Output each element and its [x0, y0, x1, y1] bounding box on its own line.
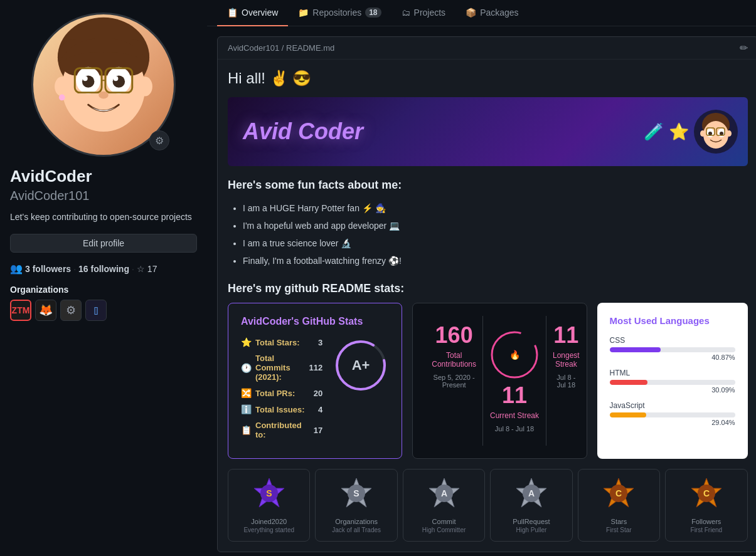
lang-row-css: CSS 40.87% [610, 336, 735, 361]
readme-title: Hi all! ✌️ 😎 [228, 70, 748, 87]
stars-count: 17 [147, 264, 157, 274]
tab-overview[interactable]: 📋 Overview [217, 0, 288, 26]
svg-point-18 [700, 130, 705, 137]
readme-edit-icon[interactable]: ✏ [740, 42, 748, 54]
stat-value-4: 17 [314, 426, 322, 435]
projects-icon: 🗂 [402, 8, 410, 18]
organizations-title: Organizations [10, 285, 197, 295]
badge-followers: C Followers First Friend [665, 469, 747, 542]
lang-pct-css: 40.87% [610, 354, 735, 361]
prs-stat-icon: 🔀 [241, 388, 252, 398]
badge-pullrequest: A PullRequest High Puller [490, 469, 572, 542]
streak-total-section: 160 Total Contributions Sep 5, 2020 - Pr… [425, 316, 483, 446]
sidebar: ⚙ AvidCoder AvidCoder101 Let's keep cont… [0, 0, 207, 556]
current-streak-label: Current Streak [490, 411, 539, 420]
edit-profile-button[interactable]: Edit profile [10, 234, 197, 253]
main-content: 📋 Overview 📁 Repositories 18 🗂 Projects … [207, 0, 756, 556]
stats-list: ⭐ Total Stars: 3 🕐 Total Commits [241, 337, 322, 446]
fun-fact-2: I am a true science lover 🔬 [243, 234, 748, 252]
languages-title: Most Used Languages [610, 315, 735, 326]
org-icon-3[interactable]: [] [85, 300, 107, 321]
stat-label-4: 📋 Contributed to: [241, 421, 314, 439]
svg-point-3 [55, 76, 69, 96]
stars-medal-svg: C [602, 477, 635, 512]
lang-bar-fill-js [610, 412, 646, 417]
following-count-link[interactable]: 16 following [78, 264, 129, 274]
streak-card: 160 Total Contributions Sep 5, 2020 - Pr… [412, 303, 587, 459]
badge-stars-label: Stars [585, 518, 653, 525]
contrib-stat-icon: 📋 [241, 425, 252, 435]
overview-icon: 📋 [227, 8, 238, 18]
badge-commit-sublabel: High Committer [410, 527, 478, 533]
total-contributions-dates: Sep 5, 2020 - Present [432, 374, 476, 389]
fire-emoji: 🔥 [509, 350, 520, 360]
stat-row-2: 🔀 Total PRs: 20 [241, 388, 322, 398]
tab-repositories-label: Repositories [312, 8, 361, 18]
lang-bar-bg-html [610, 380, 735, 385]
svg-text:S: S [353, 488, 359, 498]
badge-pullrequest-label: PullRequest [497, 518, 565, 525]
stat-row-0: ⭐ Total Stars: 3 [241, 337, 322, 347]
stat-row-4: 📋 Contributed to: 17 [241, 421, 322, 439]
commit-medal-svg: A [428, 477, 461, 512]
badge-commit: A Commit High Committer [403, 469, 485, 542]
total-contributions-number: 160 [432, 322, 476, 349]
github-stats-card: AvidCoder's GitHub Stats ⭐ Total Stars: … [228, 303, 402, 459]
star-icon: ☆ [137, 264, 145, 274]
followers-medal-svg: C [690, 477, 723, 512]
badges-row: S Joined2020 Everything started [228, 469, 748, 542]
lang-bar-fill-css [610, 347, 661, 352]
readme-body: Hi all! ✌️ 😎 Avid Coder 🧪 ⭐ [218, 60, 756, 552]
readme-stats-title: Here's my github README stats: [228, 282, 748, 295]
stat-value-0: 3 [318, 338, 322, 347]
total-contributions-label: Total Contributions [432, 351, 476, 369]
tab-overview-label: Overview [242, 8, 278, 18]
lang-bar-bg-js [610, 412, 735, 417]
svg-text:A: A [528, 488, 535, 498]
badge-followers-sublabel: First Friend [672, 527, 740, 533]
tabs-bar: 📋 Overview 📁 Repositories 18 🗂 Projects … [207, 0, 756, 26]
org-icon-0[interactable]: ZTM [10, 300, 31, 321]
badge-organizations: S Organizations Jack of all Trades [315, 469, 397, 542]
banner-text: Avid Coder [228, 108, 378, 155]
issues-stat-icon: ℹ️ [241, 404, 252, 414]
tab-packages[interactable]: 📦 Packages [455, 0, 528, 26]
fun-fact-0: I am a HUGE Harry Potter fan ⚡ 🧙 [243, 199, 748, 217]
stats-cards-row: AvidCoder's GitHub Stats ⭐ Total Stars: … [228, 303, 748, 459]
svg-text:A: A [440, 488, 447, 498]
longest-streak-label: Longest Streak [553, 351, 580, 369]
avatar-settings-button[interactable]: ⚙ [149, 130, 169, 150]
lang-pct-js: 29.04% [610, 419, 735, 426]
svg-point-15 [59, 95, 65, 101]
stat-label-3: ℹ️ Total Issues: [241, 404, 305, 414]
stat-value-3: 4 [318, 405, 322, 414]
repositories-badge: 18 [365, 8, 381, 18]
org-icon-2[interactable]: ⚙ [60, 300, 82, 321]
badge-followers-label: Followers [672, 518, 740, 525]
svg-point-23 [720, 132, 723, 135]
profile-username: AvidCoder101 [10, 189, 197, 203]
org-icon-1[interactable]: 🦊 [35, 300, 56, 321]
lang-name-css: CSS [610, 336, 735, 345]
banner-deco-flask: 🧪 [644, 122, 664, 142]
banner-deco-star: ⭐ [669, 122, 689, 142]
stat-label-1: 🕐 Total Commits (2021): [241, 354, 309, 382]
grade-circle: A+ [333, 337, 389, 394]
longest-streak-number: 11 [553, 322, 580, 349]
languages-card: Most Used Languages CSS 40.87% HTML [597, 303, 748, 459]
content-area: AvidCoder101 / README.md ✏ Hi all! ✌️ 😎 … [207, 26, 756, 556]
tab-repositories[interactable]: 📁 Repositories 18 [288, 0, 391, 26]
lang-pct-html: 30.09% [610, 386, 735, 394]
followers-icon: 👥 [10, 263, 23, 275]
tab-projects[interactable]: 🗂 Projects [391, 0, 456, 26]
followers-count-link[interactable]: 3 followers [25, 264, 71, 274]
lang-row-js: JavaScript 29.04% [610, 401, 735, 426]
avatar-container: ⚙ [31, 13, 176, 157]
stat-label-0: ⭐ Total Stars: [241, 337, 300, 347]
fun-facts-section: Here's some fun facts about me: I am a H… [228, 179, 748, 270]
readme-path: AvidCoder101 / README.md [228, 43, 334, 53]
svg-point-12 [83, 76, 88, 81]
current-streak-dates: Jul 8 - Jul 18 [495, 425, 534, 433]
stat-value-1: 112 [309, 363, 323, 372]
badge-pullrequest-sublabel: High Puller [497, 527, 565, 533]
